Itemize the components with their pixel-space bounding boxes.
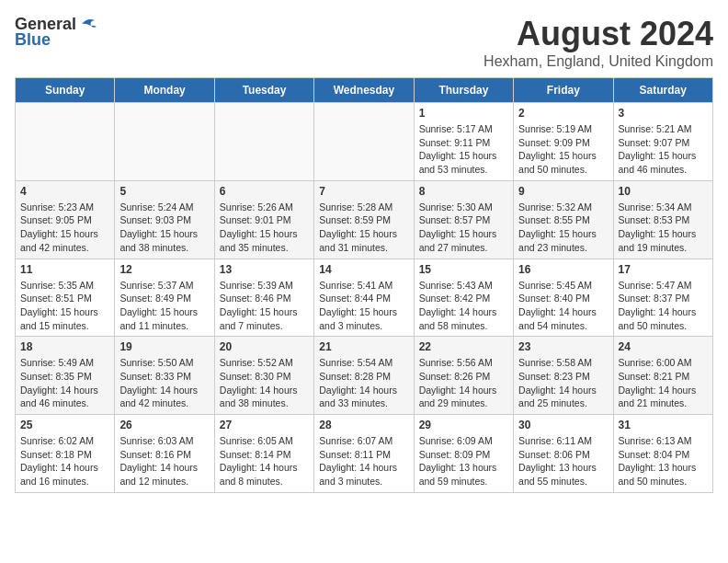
calendar-cell: 29Sunrise: 6:09 AMSunset: 8:09 PMDayligh…: [414, 415, 513, 493]
calendar-cell: [214, 103, 313, 181]
day-number: 18: [20, 340, 109, 353]
day-number: 14: [319, 263, 408, 276]
calendar-cell: 17Sunrise: 5:47 AMSunset: 8:37 PMDayligh…: [613, 259, 712, 337]
day-number: 4: [20, 185, 109, 198]
day-number: 6: [220, 185, 309, 198]
day-info: Sunrise: 5:39 AMSunset: 8:46 PMDaylight:…: [220, 279, 309, 333]
day-info: Sunrise: 5:17 AMSunset: 9:11 PMDaylight:…: [419, 122, 508, 177]
day-header-saturday: Saturday: [613, 78, 712, 103]
day-number: 3: [619, 107, 708, 120]
calendar-cell: 31Sunrise: 6:13 AMSunset: 8:04 PMDayligh…: [613, 415, 712, 493]
calendar-header-row: SundayMondayTuesdayWednesdayThursdayFrid…: [16, 78, 713, 103]
location: Hexham, England, United Kingdom: [483, 53, 713, 70]
day-number: 8: [419, 185, 508, 198]
day-info: Sunrise: 6:05 AMSunset: 8:14 PMDaylight:…: [220, 434, 309, 488]
calendar-cell: 18Sunrise: 5:49 AMSunset: 8:35 PMDayligh…: [16, 337, 115, 415]
calendar-cell: 14Sunrise: 5:41 AMSunset: 8:44 PMDayligh…: [314, 259, 414, 337]
calendar-cell: 25Sunrise: 6:02 AMSunset: 8:18 PMDayligh…: [16, 415, 115, 493]
day-header-tuesday: Tuesday: [214, 78, 313, 103]
day-number: 25: [20, 419, 109, 431]
day-number: 31: [619, 419, 708, 431]
day-info: Sunrise: 5:50 AMSunset: 8:33 PMDaylight:…: [119, 356, 209, 410]
day-info: Sunrise: 5:21 AMSunset: 9:07 PMDaylight:…: [619, 122, 708, 177]
day-info: Sunrise: 5:32 AMSunset: 8:55 PMDaylight:…: [518, 201, 608, 255]
calendar-cell: 1Sunrise: 5:17 AMSunset: 9:11 PMDaylight…: [414, 103, 513, 181]
calendar-cell: 22Sunrise: 5:56 AMSunset: 8:26 PMDayligh…: [414, 337, 513, 415]
day-number: 19: [119, 340, 209, 353]
day-info: Sunrise: 5:28 AMSunset: 8:59 PMDaylight:…: [319, 201, 408, 255]
calendar-cell: 2Sunrise: 5:19 AMSunset: 9:09 PMDaylight…: [514, 103, 613, 181]
day-number: 16: [518, 263, 608, 276]
day-number: 9: [518, 185, 608, 198]
month-year: August 2024: [483, 15, 713, 53]
day-number: 26: [119, 419, 209, 431]
calendar-cell: 24Sunrise: 6:00 AMSunset: 8:21 PMDayligh…: [613, 337, 712, 415]
day-info: Sunrise: 5:35 AMSunset: 8:51 PMDaylight:…: [20, 279, 109, 333]
day-header-monday: Monday: [115, 78, 214, 103]
day-info: Sunrise: 5:52 AMSunset: 8:30 PMDaylight:…: [220, 356, 309, 410]
calendar-cell: 13Sunrise: 5:39 AMSunset: 8:46 PMDayligh…: [214, 259, 313, 337]
day-number: 28: [319, 419, 408, 431]
day-info: Sunrise: 5:37 AMSunset: 8:49 PMDaylight:…: [119, 279, 209, 333]
day-info: Sunrise: 5:34 AMSunset: 8:53 PMDaylight:…: [619, 201, 708, 255]
day-info: Sunrise: 6:00 AMSunset: 8:21 PMDaylight:…: [619, 356, 708, 410]
calendar-week-row: 18Sunrise: 5:49 AMSunset: 8:35 PMDayligh…: [16, 337, 713, 415]
day-info: Sunrise: 5:43 AMSunset: 8:42 PMDaylight:…: [419, 279, 508, 333]
calendar-week-row: 11Sunrise: 5:35 AMSunset: 8:51 PMDayligh…: [16, 259, 713, 337]
logo: General Blue: [15, 15, 98, 50]
calendar-cell: 28Sunrise: 6:07 AMSunset: 8:11 PMDayligh…: [314, 415, 414, 493]
day-number: 29: [419, 419, 508, 431]
day-info: Sunrise: 5:24 AMSunset: 9:03 PMDaylight:…: [119, 201, 209, 255]
day-number: 22: [419, 340, 508, 353]
calendar-cell: [314, 103, 414, 181]
day-number: 24: [619, 340, 708, 353]
day-info: Sunrise: 6:02 AMSunset: 8:18 PMDaylight:…: [20, 434, 109, 488]
calendar-cell: 15Sunrise: 5:43 AMSunset: 8:42 PMDayligh…: [414, 259, 513, 337]
day-number: 21: [319, 340, 408, 353]
day-info: Sunrise: 5:56 AMSunset: 8:26 PMDaylight:…: [419, 356, 508, 410]
calendar-cell: 10Sunrise: 5:34 AMSunset: 8:53 PMDayligh…: [613, 180, 712, 259]
day-info: Sunrise: 5:19 AMSunset: 9:09 PMDaylight:…: [518, 122, 608, 177]
day-info: Sunrise: 5:26 AMSunset: 9:01 PMDaylight:…: [220, 201, 309, 255]
calendar-cell: 7Sunrise: 5:28 AMSunset: 8:59 PMDaylight…: [314, 180, 414, 259]
calendar-cell: 26Sunrise: 6:03 AMSunset: 8:16 PMDayligh…: [115, 415, 214, 493]
calendar-cell: [16, 103, 115, 181]
calendar-cell: 16Sunrise: 5:45 AMSunset: 8:40 PMDayligh…: [514, 259, 613, 337]
day-number: 11: [20, 263, 109, 276]
calendar-cell: [115, 103, 214, 181]
day-info: Sunrise: 5:45 AMSunset: 8:40 PMDaylight:…: [518, 279, 608, 333]
calendar-cell: 5Sunrise: 5:24 AMSunset: 9:03 PMDaylight…: [115, 180, 214, 259]
day-number: 1: [419, 107, 508, 120]
calendar-cell: 9Sunrise: 5:32 AMSunset: 8:55 PMDaylight…: [514, 180, 613, 259]
title-section: August 2024 Hexham, England, United King…: [483, 15, 713, 70]
calendar-cell: 3Sunrise: 5:21 AMSunset: 9:07 PMDaylight…: [613, 103, 712, 181]
day-info: Sunrise: 5:41 AMSunset: 8:44 PMDaylight:…: [319, 279, 408, 333]
day-info: Sunrise: 6:13 AMSunset: 8:04 PMDaylight:…: [619, 434, 708, 488]
calendar-week-row: 4Sunrise: 5:23 AMSunset: 9:05 PMDaylight…: [16, 180, 713, 259]
calendar-cell: 30Sunrise: 6:11 AMSunset: 8:06 PMDayligh…: [514, 415, 613, 493]
day-number: 5: [119, 185, 209, 198]
day-number: 30: [518, 419, 608, 431]
day-number: 10: [619, 185, 708, 198]
day-header-sunday: Sunday: [16, 78, 115, 103]
logo-bird-icon: [78, 16, 98, 32]
calendar-week-row: 25Sunrise: 6:02 AMSunset: 8:18 PMDayligh…: [16, 415, 713, 493]
calendar-cell: 23Sunrise: 5:58 AMSunset: 8:23 PMDayligh…: [514, 337, 613, 415]
day-info: Sunrise: 5:58 AMSunset: 8:23 PMDaylight:…: [518, 356, 608, 410]
day-info: Sunrise: 5:47 AMSunset: 8:37 PMDaylight:…: [619, 279, 708, 333]
calendar-cell: 8Sunrise: 5:30 AMSunset: 8:57 PMDaylight…: [414, 180, 513, 259]
day-number: 27: [220, 419, 309, 431]
calendar-cell: 20Sunrise: 5:52 AMSunset: 8:30 PMDayligh…: [214, 337, 313, 415]
day-number: 12: [119, 263, 209, 276]
calendar-cell: 21Sunrise: 5:54 AMSunset: 8:28 PMDayligh…: [314, 337, 414, 415]
day-number: 13: [220, 263, 309, 276]
calendar-cell: 27Sunrise: 6:05 AMSunset: 8:14 PMDayligh…: [214, 415, 313, 493]
calendar-table: SundayMondayTuesdayWednesdayThursdayFrid…: [15, 77, 713, 493]
day-info: Sunrise: 5:54 AMSunset: 8:28 PMDaylight:…: [319, 356, 408, 410]
day-info: Sunrise: 6:03 AMSunset: 8:16 PMDaylight:…: [119, 434, 209, 488]
day-info: Sunrise: 5:30 AMSunset: 8:57 PMDaylight:…: [419, 201, 508, 255]
logo-blue-text: Blue: [15, 30, 51, 50]
calendar-cell: 12Sunrise: 5:37 AMSunset: 8:49 PMDayligh…: [115, 259, 214, 337]
day-info: Sunrise: 5:23 AMSunset: 9:05 PMDaylight:…: [20, 201, 109, 255]
day-header-wednesday: Wednesday: [314, 78, 414, 103]
